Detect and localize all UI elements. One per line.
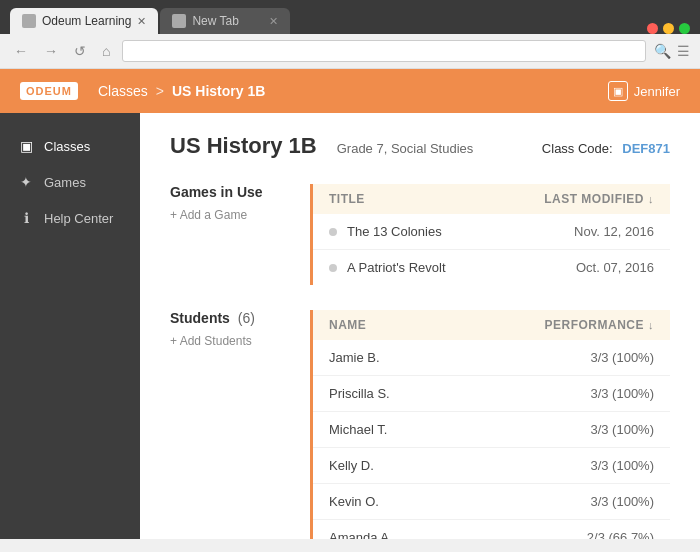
- student-perf-3: 3/3 (100%): [590, 422, 654, 437]
- search-icon[interactable]: 🔍: [654, 43, 671, 59]
- add-game-link[interactable]: + Add a Game: [170, 208, 290, 222]
- game-row-2[interactable]: A Patriot's Revolt Oct. 07, 2016: [313, 250, 670, 285]
- sidebar: ▣ Classes ✦ Games ℹ Help Center: [0, 113, 140, 539]
- students-col-name: Name: [329, 318, 544, 332]
- game-dot-1: [329, 228, 337, 236]
- student-name-3: Michael T.: [329, 422, 590, 437]
- class-grade: Grade 7, Social Studies: [337, 141, 474, 156]
- user-icon: ▣: [608, 81, 628, 101]
- tab-newtab[interactable]: New Tab ✕: [160, 8, 290, 34]
- class-code: Class Code: DEF871: [542, 141, 670, 156]
- tab-label-2: New Tab: [192, 14, 238, 28]
- user-info: ▣ Jennifer: [608, 81, 680, 101]
- address-input[interactable]: [122, 40, 646, 62]
- sidebar-label-games: Games: [44, 175, 86, 190]
- help-icon: ℹ: [18, 210, 34, 226]
- app: ODEUM Classes > US History 1B ▣ Jennifer…: [0, 69, 700, 539]
- sidebar-label-help: Help Center: [44, 211, 113, 226]
- add-students-link[interactable]: + Add Students: [170, 334, 290, 348]
- breadcrumb-separator: >: [156, 83, 164, 99]
- student-perf-6: 2/3 (66.7%): [587, 530, 654, 539]
- student-row-4[interactable]: Kelly D. 3/3 (100%): [313, 448, 670, 484]
- breadcrumb-parent[interactable]: Classes: [98, 83, 148, 99]
- tab-close-1[interactable]: ✕: [137, 15, 146, 28]
- class-code-label: Class Code:: [542, 141, 613, 156]
- students-sort-icon[interactable]: ↓: [648, 319, 654, 331]
- student-row-2[interactable]: Priscilla S. 3/3 (100%): [313, 376, 670, 412]
- class-title: US History 1B: [170, 133, 317, 159]
- games-col-modified-label: Last Modified: [544, 192, 644, 206]
- browser-chrome: Odeum Learning ✕ New Tab ✕: [0, 0, 700, 34]
- games-label-area: Games in Use + Add a Game: [170, 184, 290, 285]
- top-nav: ODEUM Classes > US History 1B ▣ Jennifer: [0, 69, 700, 113]
- tab-favicon-1: [22, 14, 36, 28]
- reload-button[interactable]: ↺: [70, 41, 90, 61]
- student-row-1[interactable]: Jamie B. 3/3 (100%): [313, 340, 670, 376]
- games-table: Title Last Modified ↓ The 13 Colonies No…: [310, 184, 670, 285]
- tab-odeum[interactable]: Odeum Learning ✕: [10, 8, 158, 34]
- breadcrumb-current: US History 1B: [172, 83, 265, 99]
- sidebar-label-classes: Classes: [44, 139, 90, 154]
- games-table-header: Title Last Modified ↓: [313, 184, 670, 214]
- main-layout: ▣ Classes ✦ Games ℹ Help Center US Histo…: [0, 113, 700, 539]
- game-row-1[interactable]: The 13 Colonies Nov. 12, 2016: [313, 214, 670, 250]
- back-button[interactable]: ←: [10, 41, 32, 61]
- games-col-title: Title: [329, 192, 544, 206]
- games-icon: ✦: [18, 174, 34, 190]
- breadcrumb: Classes > US History 1B: [98, 83, 608, 99]
- home-button[interactable]: ⌂: [98, 41, 114, 61]
- classes-icon: ▣: [18, 138, 34, 154]
- student-name-1: Jamie B.: [329, 350, 590, 365]
- student-name-2: Priscilla S.: [329, 386, 590, 401]
- user-name[interactable]: Jennifer: [634, 84, 680, 99]
- traffic-light-red[interactable]: [647, 23, 658, 34]
- student-perf-1: 3/3 (100%): [590, 350, 654, 365]
- students-col-perf: Performance ↓: [544, 318, 654, 332]
- student-row-6[interactable]: Amanda A. 2/3 (66.7%): [313, 520, 670, 539]
- student-name-6: Amanda A.: [329, 530, 587, 539]
- tab-label-1: Odeum Learning: [42, 14, 131, 28]
- traffic-light-yellow[interactable]: [663, 23, 674, 34]
- student-perf-5: 3/3 (100%): [590, 494, 654, 509]
- game-date-1: Nov. 12, 2016: [574, 224, 654, 239]
- sidebar-item-games[interactable]: ✦ Games: [0, 164, 140, 200]
- student-name-4: Kelly D.: [329, 458, 590, 473]
- user-icon-symbol: ▣: [613, 85, 623, 98]
- students-label-text: Students: [170, 310, 230, 326]
- class-code-value: DEF871: [622, 141, 670, 156]
- students-table-header: Name Performance ↓: [313, 310, 670, 340]
- students-table: Name Performance ↓ Jamie B. 3/3 (100%) P…: [310, 310, 670, 539]
- students-label: Students (6): [170, 310, 290, 326]
- traffic-lights: [647, 23, 690, 34]
- students-col-perf-label: Performance: [544, 318, 644, 332]
- content-area: US History 1B Grade 7, Social Studies Cl…: [140, 113, 700, 539]
- game-dot-2: [329, 264, 337, 272]
- student-row-5[interactable]: Kevin O. 3/3 (100%): [313, 484, 670, 520]
- traffic-light-green[interactable]: [679, 23, 690, 34]
- students-label-area: Students (6) + Add Students: [170, 310, 290, 539]
- games-label: Games in Use: [170, 184, 290, 200]
- sidebar-item-classes[interactable]: ▣ Classes: [0, 128, 140, 164]
- sidebar-item-help[interactable]: ℹ Help Center: [0, 200, 140, 236]
- students-section: Students (6) + Add Students Name Perform…: [170, 310, 670, 539]
- student-row-3[interactable]: Michael T. 3/3 (100%): [313, 412, 670, 448]
- logo: ODEUM: [20, 82, 78, 100]
- student-perf-4: 3/3 (100%): [590, 458, 654, 473]
- games-section: Games in Use + Add a Game Title Last Mod…: [170, 184, 670, 285]
- address-bar: ← → ↺ ⌂ 🔍 ☰: [0, 34, 700, 69]
- game-name-2: A Patriot's Revolt: [347, 260, 576, 275]
- game-date-2: Oct. 07, 2016: [576, 260, 654, 275]
- student-name-5: Kevin O.: [329, 494, 590, 509]
- menu-icon[interactable]: ☰: [677, 43, 690, 59]
- students-count: (6): [238, 310, 255, 326]
- student-perf-2: 3/3 (100%): [590, 386, 654, 401]
- tab-favicon-2: [172, 14, 186, 28]
- games-sort-icon[interactable]: ↓: [648, 193, 654, 205]
- tab-close-2[interactable]: ✕: [269, 15, 278, 28]
- browser-tabs: Odeum Learning ✕ New Tab ✕: [10, 8, 290, 34]
- forward-button[interactable]: →: [40, 41, 62, 61]
- game-name-1: The 13 Colonies: [347, 224, 574, 239]
- games-col-modified: Last Modified ↓: [544, 192, 654, 206]
- class-header: US History 1B Grade 7, Social Studies Cl…: [170, 133, 670, 159]
